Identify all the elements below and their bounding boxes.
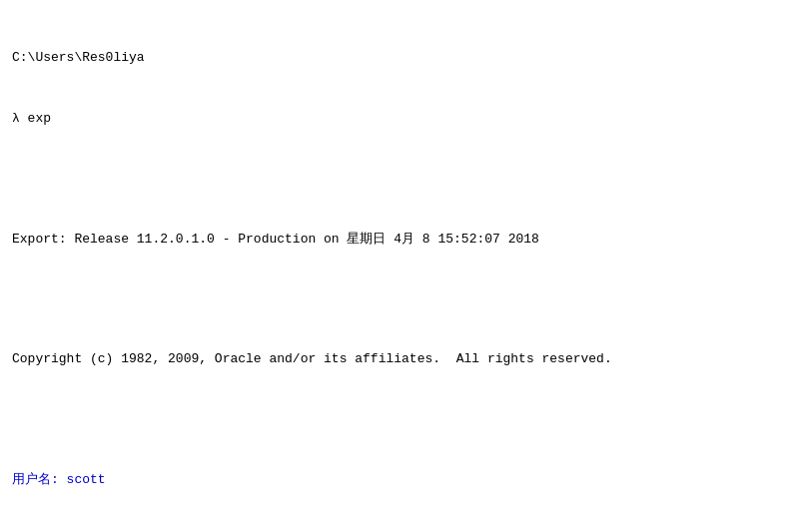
blank-line-1	[12, 169, 788, 189]
copyright-line: Copyright (c) 1982, 2009, Oracle and/or …	[12, 349, 788, 369]
terminal-output: C:\Users\Res0liya λ exp Export: Release …	[12, 8, 788, 532]
path-line: C:\Users\Res0liya	[12, 48, 788, 68]
username-line: 用户名: scott	[12, 470, 788, 490]
blank-line-2	[12, 289, 788, 309]
export-info-line: Export: Release 11.2.0.1.0 - Production …	[12, 230, 788, 250]
blank-line-3	[12, 410, 788, 430]
command-line: λ exp	[12, 109, 788, 129]
